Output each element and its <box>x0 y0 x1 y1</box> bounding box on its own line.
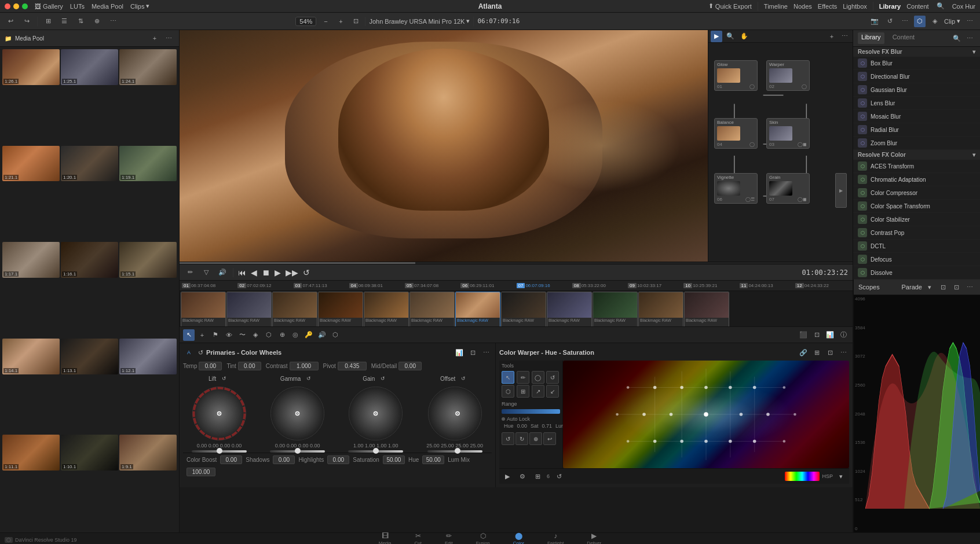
directional-blur-item[interactable]: ⬡ Directional Blur <box>853 70 980 83</box>
node-zoom-tool[interactable]: 🔍 <box>725 31 736 42</box>
node-vignette[interactable]: Vignette 06◯☰ <box>714 173 758 204</box>
timeline-clip[interactable]: Blackmagic RAW <box>272 292 317 326</box>
mid-detail-input[interactable] <box>398 362 422 370</box>
warper-grid[interactable] <box>563 361 849 468</box>
display-options-btn[interactable]: ⋯ <box>899 16 910 27</box>
node-add-btn[interactable]: + <box>826 31 838 42</box>
timeline-clip[interactable]: Blackmagic RAW <box>181 292 226 326</box>
zoom-blur-item[interactable]: ⬡ Zoom Blur <box>853 137 980 150</box>
node-glow[interactable]: Glow 01◯ <box>714 60 758 91</box>
tool-select[interactable]: ↖ <box>502 371 514 384</box>
offset-slider[interactable] <box>427 450 482 453</box>
library-tab[interactable]: Library <box>858 32 884 44</box>
clips-menu[interactable]: Clips ▾ <box>130 2 149 10</box>
gain-slider[interactable] <box>348 450 403 453</box>
blur-tool[interactable]: ◎ <box>290 329 301 341</box>
info-btn[interactable]: ⓘ <box>838 329 849 341</box>
range-bar[interactable] <box>502 409 560 414</box>
gallery-menu[interactable]: 🖼 Gallery <box>35 3 63 10</box>
highlights-input[interactable] <box>327 455 349 464</box>
sort-btn[interactable]: ⇅ <box>75 16 86 27</box>
media-thumb-item[interactable]: 1:24.1 <box>119 49 177 85</box>
color-stabilizer-item[interactable]: ⬡ Color Stabilizer <box>853 213 980 226</box>
node-editor-content[interactable]: Glow 01◯ Warper 02◯ Balance 04◯ <box>708 43 853 262</box>
node-select-tool[interactable]: ▶ <box>711 31 722 42</box>
clip-mode-btn[interactable]: Clip ▾ <box>944 17 960 25</box>
lift-reset-btn[interactable]: ↺ <box>218 373 230 384</box>
timeline-clip[interactable]: Blackmagic RAW <box>364 292 409 326</box>
maximize-button[interactable] <box>22 3 28 9</box>
audio-tool[interactable]: 🔊 <box>316 329 328 341</box>
clip-name-display[interactable]: John Brawley URSA Mini Pro 12K ▾ <box>369 17 470 25</box>
library-search-btn[interactable]: 🔍 <box>951 32 963 44</box>
warper-reset-btn[interactable]: ↺ <box>553 471 565 482</box>
deliver-tab[interactable]: ▶ Deliver <box>587 532 601 545</box>
gaussian-blur-item[interactable]: ⬡ Gaussian Blur <box>853 83 980 97</box>
tool-2[interactable]: ✏ <box>517 371 529 384</box>
fx-blur-section[interactable]: Resolve FX Blur ▾ <box>853 47 980 57</box>
temp-input[interactable] <box>199 362 222 370</box>
undo-btn[interactable]: ↩ <box>5 16 16 27</box>
tint-input[interactable] <box>238 362 261 370</box>
offset-wheel[interactable] <box>427 386 482 441</box>
node-warper[interactable]: Warper 02◯ <box>766 60 810 91</box>
media-thumb-item[interactable]: 1:25.1 <box>61 49 118 85</box>
scope-mode-dropdown[interactable]: ▾ <box>924 281 935 293</box>
node-grain[interactable]: Grain 07◯◼ <box>766 173 810 204</box>
media-pool-options[interactable]: ⋯ <box>163 32 174 44</box>
saturation-input[interactable] <box>383 455 405 464</box>
scope-btn[interactable]: 📊 <box>824 329 836 341</box>
content-tab[interactable]: Content <box>906 3 929 10</box>
curves-tool[interactable]: 〜 <box>236 329 248 341</box>
media-thumb-item[interactable]: 1:12.1 <box>119 339 177 374</box>
parade-mode[interactable]: Parade <box>902 284 922 291</box>
gamma-reset-btn[interactable]: ↺ <box>303 373 315 384</box>
fusion-tab[interactable]: ⬡ Fusion <box>476 532 490 545</box>
filter-btn[interactable]: ⊕ <box>91 16 103 27</box>
pencil-tool[interactable]: ✏ <box>184 267 196 278</box>
camera-icon[interactable]: 📷 <box>869 16 880 27</box>
play-btn[interactable]: ▶ <box>275 268 281 277</box>
mosaic-blur-item[interactable]: ⬡ Mosaic Blur <box>853 110 980 123</box>
media-thumb-item[interactable]: 1:17.1 <box>2 242 60 278</box>
color-cursor-tool[interactable]: ↖ <box>183 329 195 341</box>
lightbox-btn[interactable]: Lightbox <box>843 3 867 10</box>
loop-btn[interactable]: ↺ <box>303 268 310 277</box>
tool-b1[interactable]: ↺ <box>502 432 514 445</box>
node-balance[interactable]: Balance 04◯ <box>714 118 758 149</box>
gamma-wheel[interactable] <box>270 386 325 441</box>
timeline-btn[interactable]: Timeline <box>764 3 788 10</box>
defocus-item[interactable]: ⬡ Defocus <box>853 253 980 266</box>
refresh-icon[interactable]: ↺ <box>884 16 895 27</box>
color-space-transform-item[interactable]: ⬡ Color Space Transform <box>853 200 980 213</box>
warper-link-btn[interactable]: 🔗 <box>798 347 809 358</box>
node-inspect-btn[interactable]: ◈ <box>929 16 941 27</box>
stop-btn[interactable]: ⏹ <box>262 268 270 277</box>
media-thumb-item[interactable]: 1:10.1 <box>61 435 118 471</box>
edit-tab[interactable]: ✏ Edit <box>445 532 453 545</box>
media-thumb-item[interactable]: 1:21.1 <box>2 146 60 182</box>
auto-btn[interactable]: A <box>183 347 195 358</box>
zoom-display[interactable]: 54% <box>295 17 316 26</box>
nodes-btn[interactable]: Nodes <box>793 3 812 10</box>
timeline-clip[interactable]: Blackmagic RAW <box>226 292 272 326</box>
next-frame-btn[interactable]: ▶▶ <box>286 268 298 277</box>
marker-tool[interactable]: ▽ <box>200 267 212 278</box>
window-tool[interactable]: ⬡ <box>263 329 275 341</box>
media-thumb-item[interactable]: 1:15.1 <box>119 242 177 278</box>
pivot-input[interactable] <box>338 362 367 370</box>
lift-wheel[interactable] <box>192 386 247 441</box>
warper-grid-btn[interactable]: ⊞ <box>811 347 822 358</box>
add-node-tool[interactable]: + <box>196 329 208 341</box>
media-thumb-item[interactable]: 1:19.1 <box>119 146 177 182</box>
offset-reset-btn[interactable]: ↺ <box>458 373 469 384</box>
compare-btn[interactable]: ⬛ <box>798 329 809 341</box>
shadows-input[interactable] <box>273 455 295 464</box>
luts-menu[interactable]: LUTs <box>70 3 85 10</box>
audio-btn[interactable]: 🔊 <box>217 267 228 278</box>
warper-options2[interactable]: ⚙ <box>517 471 528 482</box>
cursor-tool[interactable]: ⬡ <box>914 16 926 27</box>
cut-tab[interactable]: ✂ Cut <box>415 532 422 545</box>
list-view-btn[interactable]: ☰ <box>58 16 70 27</box>
chromatic-adaptation-item[interactable]: ⬡ Chromatic Adaptation <box>853 173 980 186</box>
